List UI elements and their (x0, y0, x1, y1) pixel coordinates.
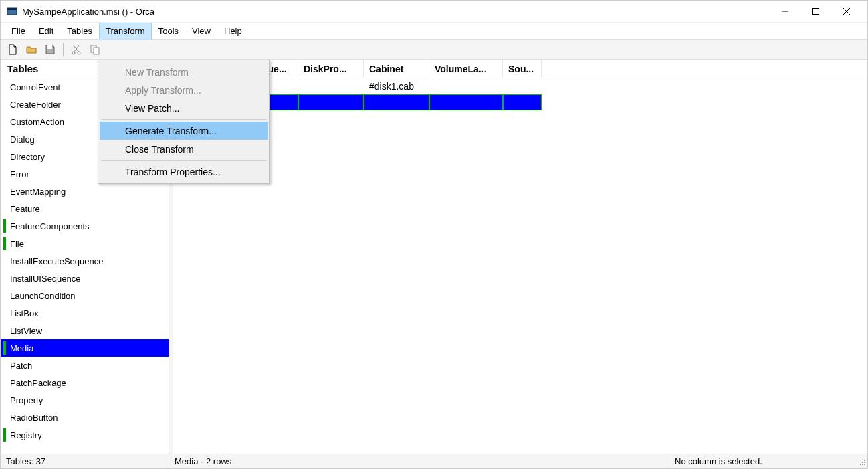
new-file-icon[interactable] (5, 41, 21, 58)
menu-item-generate-transform[interactable]: Generate Transform... (100, 122, 268, 140)
table-row-label: CustomAction (10, 117, 64, 127)
menu-item-close-transform[interactable]: Close Transform (100, 140, 268, 158)
table-row[interactable]: File (1, 235, 169, 252)
table-row[interactable]: InstallExecuteSequence (1, 252, 169, 270)
column-header[interactable]: Sou... (503, 60, 542, 78)
app-icon (6, 5, 18, 17)
open-file-icon[interactable] (23, 41, 39, 58)
close-button[interactable] (831, 1, 862, 21)
table-row-label: Registry (10, 430, 42, 440)
table-row-label: Property (10, 395, 43, 405)
menu-item-apply-transform: Apply Transform... (100, 81, 268, 99)
menu-view[interactable]: View (185, 23, 217, 39)
statusbar: Tables: 37 Media - 2 rows No column is s… (1, 454, 867, 468)
table-row-label: LaunchCondition (10, 291, 76, 301)
data-row[interactable] (173, 94, 867, 110)
row-marker (3, 185, 6, 198)
table-row[interactable]: Patch (1, 357, 169, 374)
data-grid[interactable]: #disk1.cab (173, 78, 867, 454)
table-row[interactable]: RadioButton (1, 409, 169, 426)
row-marker (3, 219, 6, 233)
table-row-label: InstallExecuteSequence (10, 256, 103, 266)
resize-grip[interactable] (857, 456, 867, 467)
toolbar (1, 39, 867, 60)
data-row[interactable]: #disk1.cab (173, 78, 867, 94)
menu-separator (101, 160, 267, 161)
table-row-label: File (10, 239, 24, 249)
data-cell (298, 94, 364, 110)
row-marker (3, 359, 6, 372)
menubar: FileEditTablesTransformToolsViewHelp (1, 22, 867, 39)
table-row[interactable]: EventMapping (1, 183, 169, 200)
table-row[interactable]: Media (1, 339, 169, 357)
menu-tools[interactable]: Tools (152, 23, 185, 39)
transform-menu-dropdown: New TransformApply Transform...View Patc… (98, 60, 270, 184)
copy-icon[interactable] (87, 41, 103, 58)
status-tables-count: Tables: 37 (1, 454, 169, 468)
data-cell (503, 78, 542, 94)
table-row-label: Dialog (10, 134, 35, 145)
svg-rect-10 (94, 48, 99, 54)
table-row[interactable]: InstallUISequence (1, 270, 169, 287)
menu-item-view-patch[interactable]: View Patch... (100, 99, 268, 117)
data-cell (364, 94, 429, 110)
menu-tables[interactable]: Tables (60, 23, 99, 39)
toolbar-separator (63, 43, 64, 56)
table-row-label: ControlEvent (10, 82, 60, 92)
svg-point-13 (864, 462, 865, 463)
table-row[interactable]: ListView (1, 322, 169, 339)
row-marker (3, 115, 6, 128)
table-row-label: InstallUISequence (10, 274, 81, 284)
row-marker (3, 254, 6, 268)
table-row[interactable]: ListBox (1, 304, 169, 322)
menu-separator (101, 119, 267, 120)
table-row[interactable]: Registry (1, 426, 169, 444)
row-marker (3, 98, 6, 111)
table-row-label: RadioButton (10, 413, 58, 423)
row-marker (3, 306, 6, 320)
app-window: MySampeApplication.msi () - Orca FileEdi… (0, 0, 868, 469)
minimize-button[interactable] (770, 1, 800, 21)
row-marker (3, 376, 6, 389)
menu-transform[interactable]: Transform (99, 23, 152, 39)
table-row[interactable]: FeatureComponents (1, 217, 169, 235)
column-header[interactable]: Cabinet (364, 60, 429, 78)
table-row[interactable]: PatchPackage (1, 374, 169, 391)
data-cell (503, 94, 542, 110)
table-row[interactable]: Property (1, 391, 169, 409)
row-marker (3, 411, 6, 424)
main-area: Tables ControlEventCreateFolderCustomAct… (1, 60, 867, 454)
table-row-label: Media (10, 343, 33, 353)
row-marker (3, 428, 6, 442)
svg-rect-6 (47, 45, 52, 49)
svg-point-15 (862, 462, 863, 463)
table-row[interactable]: Feature (1, 200, 169, 217)
data-cell (429, 94, 503, 110)
table-row-label: Feature (10, 204, 40, 214)
table-row[interactable]: LaunchCondition (1, 287, 169, 304)
data-panel: que...DiskPro...CabinetVolumeLa...Sou...… (173, 60, 867, 454)
svg-point-14 (860, 464, 861, 465)
menu-item-new-transform: New Transform (100, 63, 268, 81)
svg-point-16 (864, 460, 865, 461)
table-row-label: FeatureComponents (10, 221, 90, 231)
cut-icon[interactable] (68, 41, 84, 58)
svg-rect-3 (813, 9, 819, 15)
menu-edit[interactable]: Edit (32, 23, 60, 39)
row-marker (3, 324, 6, 337)
menu-file[interactable]: File (5, 23, 32, 39)
save-icon[interactable] (42, 41, 58, 58)
data-cell (429, 78, 503, 94)
table-row-label: Directory (10, 152, 45, 162)
table-row-label: PatchPackage (10, 378, 66, 388)
data-cell: #disk1.cab (364, 78, 429, 94)
menu-help[interactable]: Help (217, 23, 249, 39)
row-marker (3, 341, 6, 355)
svg-rect-1 (7, 8, 17, 10)
maximize-button[interactable] (800, 1, 831, 21)
column-header[interactable]: VolumeLa... (429, 60, 503, 78)
menu-item-transform-properties[interactable]: Transform Properties... (100, 163, 268, 181)
row-marker (3, 202, 6, 215)
column-header[interactable]: DiskPro... (298, 60, 364, 78)
row-marker (3, 150, 6, 163)
